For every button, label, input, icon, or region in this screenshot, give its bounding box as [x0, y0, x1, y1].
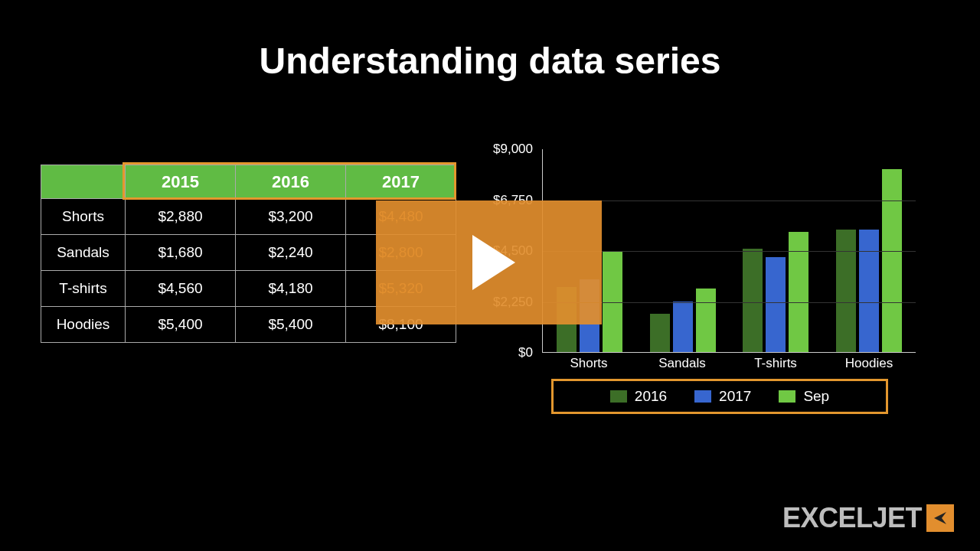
cell: $1,680	[126, 235, 236, 271]
cell: $3,200	[236, 199, 346, 235]
legend-swatch	[779, 390, 795, 403]
table-header-2015: 2015	[126, 165, 236, 199]
cell: $4,180	[236, 271, 346, 307]
bar	[836, 230, 856, 352]
bar	[696, 289, 716, 352]
play-button[interactable]	[376, 201, 602, 324]
row-label: Hoodies	[41, 307, 126, 343]
table-header-2017: 2017	[346, 165, 456, 199]
cell: $5,400	[236, 307, 346, 343]
y-tick-label: $9,000	[493, 142, 533, 157]
legend-item: 2016	[610, 388, 667, 405]
cell: $2,880	[126, 199, 236, 235]
x-tick-label: Sandals	[635, 356, 729, 371]
exceljet-logo: EXCELJET	[782, 502, 954, 534]
page-title: Understanding data series	[0, 40, 980, 82]
legend-label: 2017	[719, 388, 751, 405]
legend-label: Sep	[803, 388, 829, 405]
legend-item: Sep	[779, 388, 829, 405]
legend-item: 2017	[694, 388, 751, 405]
logo-text: EXCELJET	[782, 502, 922, 534]
row-label: Sandals	[41, 235, 126, 271]
chart-legend: 2016 2017 Sep	[551, 379, 888, 414]
logo-icon	[926, 504, 954, 532]
table-header-2016: 2016	[236, 165, 346, 199]
cell: $4,560	[126, 271, 236, 307]
cell: $5,400	[126, 307, 236, 343]
bar	[743, 249, 763, 352]
y-tick-label: $0	[518, 345, 533, 360]
legend-swatch	[610, 390, 627, 403]
row-label: Shorts	[41, 199, 126, 235]
bar	[650, 314, 670, 352]
bar	[766, 257, 786, 352]
bar	[882, 169, 902, 352]
bar	[789, 232, 808, 352]
cell: $2,240	[236, 235, 346, 271]
row-label: T-shirts	[41, 271, 126, 307]
x-tick-label: Hoodies	[822, 356, 916, 371]
table-header-blank	[41, 165, 126, 199]
legend-swatch	[694, 390, 711, 403]
legend-label: 2016	[635, 388, 667, 405]
x-tick-label: Shorts	[542, 356, 635, 371]
x-axis-labels: ShortsSandalsT-shirtsHoodies	[542, 356, 916, 371]
bar	[859, 230, 879, 352]
play-icon	[472, 235, 515, 290]
bar	[673, 302, 693, 352]
x-tick-label: T-shirts	[729, 356, 822, 371]
